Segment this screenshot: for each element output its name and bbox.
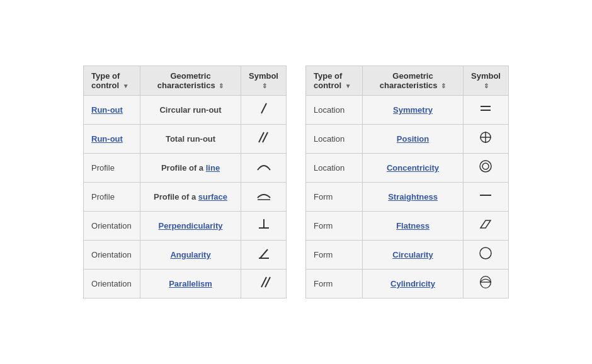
table-row: Orientation Perpendicularity <box>84 212 287 241</box>
geo-link[interactable]: surface <box>198 192 227 202</box>
geo-link[interactable]: Concentricity <box>387 163 439 173</box>
cell-type: Form <box>306 270 363 299</box>
table-row: Form Circularity <box>306 241 509 270</box>
geo-link[interactable]: Flatness <box>396 221 430 230</box>
cell-symbol <box>241 125 287 154</box>
svg-marker-18 <box>481 220 491 228</box>
table-row: Form Straightness <box>306 183 509 212</box>
cell-symbol <box>241 154 287 183</box>
type-link[interactable]: Run-out <box>91 105 123 115</box>
cell-symbol <box>464 96 509 125</box>
cell-geo: Flatness <box>363 212 464 241</box>
symbol-slash1 <box>255 101 273 116</box>
cell-type: Orientation <box>84 241 140 270</box>
cell-symbol <box>464 125 509 154</box>
table-row: Run-out Circular run-out <box>84 96 287 125</box>
col-header-sym-1[interactable]: Symbol ⇕ <box>241 66 287 96</box>
symbol-straightLine <box>477 188 494 203</box>
symbol-parallelogram <box>477 217 494 232</box>
col-header-type-1[interactable]: Type ofcontrol ▼ <box>84 66 140 96</box>
svg-line-7 <box>260 249 268 258</box>
cell-type: Location <box>306 154 363 183</box>
cell-geo: Circular run-out <box>140 96 241 125</box>
geo-text: Circular run-out <box>159 105 221 115</box>
col-header-geo-2[interactable]: Geometriccharacteristics ⇕ <box>363 66 464 96</box>
cell-geo: Position <box>363 125 464 154</box>
svg-point-19 <box>480 247 491 259</box>
geo-text: Profile of a surface <box>154 192 227 202</box>
geo-link[interactable]: Parallelism <box>169 279 212 288</box>
tables-wrapper: Type ofcontrol ▼ Geometriccharacteristic… <box>83 65 509 299</box>
cell-type: Location <box>306 96 363 125</box>
cell-symbol <box>464 212 509 241</box>
symbol-equalLines <box>477 101 494 116</box>
cell-symbol <box>464 154 509 183</box>
cell-symbol <box>241 183 287 212</box>
sort-arrow-sym-2[interactable]: ⇕ <box>484 82 489 89</box>
symbol-concentric <box>477 159 494 174</box>
cell-type: Profile <box>84 154 140 183</box>
geo-link[interactable]: line <box>206 163 220 173</box>
cell-geo: Concentricity <box>363 154 464 183</box>
cell-geo: Circularity <box>363 241 464 270</box>
cell-type: Form <box>306 183 363 212</box>
cell-symbol <box>241 241 287 270</box>
symbol-circleTarget <box>477 130 494 145</box>
col-header-type-2[interactable]: Type ofcontrol ▼ <box>306 66 363 96</box>
geo-text: Total run-out <box>166 134 215 144</box>
geo-link[interactable]: Straightness <box>388 192 438 202</box>
cell-geo: Perpendicularity <box>140 212 241 241</box>
symbol-perp <box>255 217 273 232</box>
cell-symbol <box>241 270 287 299</box>
sort-arrow-type-2[interactable]: ▼ <box>345 82 351 89</box>
table-row: Form Flatness <box>306 212 509 241</box>
table-row: Location Concentricity <box>306 154 509 183</box>
table-row: Form Cylindricity <box>306 270 509 299</box>
cell-geo: Total run-out <box>140 125 241 154</box>
table-1: Type ofcontrol ▼ Geometriccharacteristic… <box>83 65 287 299</box>
sort-arrow-sym-1[interactable]: ⇕ <box>262 82 267 89</box>
cell-symbol <box>464 241 509 270</box>
cell-type: Profile <box>84 183 140 212</box>
symbol-slash2 <box>255 130 273 145</box>
cell-geo: Straightness <box>363 183 464 212</box>
table-row: Location Symmetry <box>306 96 509 125</box>
cell-geo: Profile of a surface <box>140 183 241 212</box>
geo-link[interactable]: Circularity <box>392 250 433 259</box>
table-2: Type ofcontrol ▼ Geometriccharacteristic… <box>305 65 509 299</box>
cell-geo: Cylindricity <box>363 270 464 299</box>
geo-text: Profile of a line <box>161 163 220 173</box>
cell-type: Orientation <box>84 212 140 241</box>
sort-arrow-geo-2[interactable]: ⇕ <box>441 82 446 89</box>
col-header-sym-2[interactable]: Symbol ⇕ <box>464 66 509 96</box>
table-row: Location Position <box>306 125 509 154</box>
geo-link[interactable]: Perpendicularity <box>159 221 223 230</box>
cell-type: Orientation <box>84 270 140 299</box>
cell-geo: Symmetry <box>363 96 464 125</box>
svg-point-15 <box>480 161 491 172</box>
col-header-geo-1[interactable]: Geometriccharacteristics ⇕ <box>140 66 241 96</box>
cell-geo: Profile of a line <box>140 154 241 183</box>
cell-geo: Angularity <box>140 241 241 270</box>
symbol-angle <box>255 246 273 261</box>
cell-symbol <box>464 270 509 299</box>
table-row: Orientation Parallelism <box>84 270 287 299</box>
cell-type: Run-out <box>84 96 140 125</box>
geo-link[interactable]: Symmetry <box>393 105 433 115</box>
geo-link[interactable]: Angularity <box>170 250 210 259</box>
svg-point-16 <box>482 163 489 169</box>
type-link[interactable]: Run-out <box>91 134 123 144</box>
table-row: Run-out Total run-out <box>84 125 287 154</box>
symbol-arc <box>255 159 273 174</box>
geo-link[interactable]: Cylindricity <box>390 279 435 288</box>
table-row: Orientation Angularity <box>84 241 287 270</box>
symbol-circle <box>477 246 494 261</box>
sort-arrow-type-1[interactable]: ▼ <box>123 82 129 89</box>
svg-line-0 <box>261 103 266 113</box>
sort-arrow-geo-1[interactable]: ⇕ <box>219 82 224 89</box>
cell-type: Form <box>306 212 363 241</box>
cell-geo: Parallelism <box>140 270 241 299</box>
table-row: Profile Profile of a line <box>84 154 287 183</box>
symbol-cylindricity <box>477 275 494 290</box>
geo-link[interactable]: Position <box>397 134 429 144</box>
